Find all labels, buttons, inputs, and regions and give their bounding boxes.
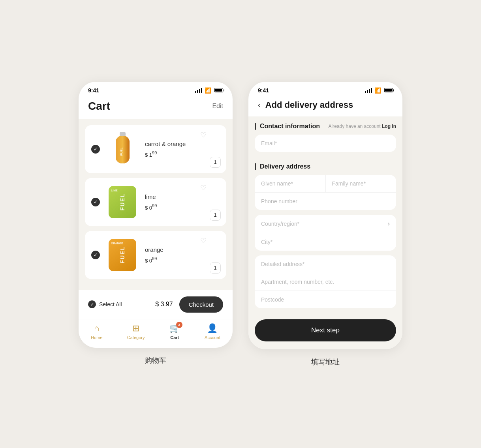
delivery-section-title: Delivery address: [260, 163, 310, 170]
wifi-icon: 📶: [205, 87, 211, 94]
cart-screen-label: 购物车: [145, 356, 166, 365]
select-all-label: Select All: [99, 301, 122, 307]
battery-icon: [214, 88, 223, 92]
cart-item-lime[interactable]: ✓ LIME FUEL lime $ 099 ♡: [85, 178, 226, 226]
address-phone: 9:41 📶 ‹ Add delivery ad: [248, 82, 402, 349]
status-icons-addr: 📶: [365, 87, 393, 94]
item-details-orange: orange $ 099: [145, 246, 220, 264]
status-icons-cart: 📶: [195, 87, 223, 94]
lime-can-icon: LIME FUEL: [109, 186, 136, 218]
item-qty-orange[interactable]: 1: [210, 262, 221, 274]
item-heart-lime[interactable]: ♡: [200, 184, 207, 192]
status-time-cart: 9:41: [88, 87, 99, 94]
phone-field[interactable]: Phone number: [255, 193, 396, 210]
email-field[interactable]: Email*: [255, 135, 396, 152]
cart-screen-wrapper: 9:41 📶 Cart Edit: [79, 82, 233, 365]
location-card: Country/region* › City*: [255, 215, 396, 251]
section-bar-delivery: [255, 163, 256, 170]
postcode-field[interactable]: Postcode: [255, 291, 396, 308]
signal-icon-addr: [365, 88, 372, 93]
item-name-lime: lime: [145, 193, 220, 200]
next-step-button[interactable]: Next step: [255, 319, 396, 341]
contact-form-card: Email*: [255, 135, 396, 152]
cart-title: Cart: [88, 100, 110, 112]
cart-edit-button[interactable]: Edit: [212, 103, 223, 110]
address-title: Add delivery address: [265, 100, 353, 110]
item-image-lime: LIME FUEL: [105, 184, 140, 220]
item-image-orange: ORANGE FUEL: [105, 237, 140, 273]
carrot-bottle-icon: FUEL: [112, 132, 133, 167]
detailed-address-field[interactable]: Detailed address*: [255, 255, 396, 273]
back-button[interactable]: ‹: [258, 100, 261, 109]
svg-text:FUEL: FUEL: [120, 147, 123, 156]
footer-right: $ 3.97 Checkout: [155, 296, 223, 313]
cart-badge-wrap: 🛒 3: [169, 323, 180, 334]
contact-section-subtitle: Already have an account Log in: [329, 124, 396, 129]
tab-cart[interactable]: 🛒 3 Cart: [169, 323, 180, 340]
item-details-carrot: carrot & orange $ 199: [145, 141, 220, 158]
item-checkbox-orange[interactable]: ✓: [91, 251, 100, 259]
address-screen-wrapper: 9:41 📶 ‹ Add delivery ad: [248, 82, 402, 367]
section-bar-contact: [255, 123, 256, 130]
cart-item-orange[interactable]: ✓ ORANGE FUEL orange $ 099 ♡: [85, 231, 226, 279]
item-qty-carrot[interactable]: 1: [210, 157, 221, 168]
item-checkbox-lime[interactable]: ✓: [91, 198, 100, 206]
item-price-orange: $ 099: [145, 256, 220, 264]
chevron-right-icon: ›: [388, 220, 390, 227]
tab-home-label: Home: [91, 335, 102, 340]
address-detail-card: Detailed address* Apartment, room number…: [255, 255, 396, 308]
item-heart-carrot[interactable]: ♡: [200, 131, 207, 139]
contact-section-header: Contact information Already have an acco…: [255, 116, 396, 135]
delivery-section-header: Delivery address: [255, 157, 396, 175]
tab-cart-label: Cart: [170, 335, 179, 340]
category-icon: ⊞: [132, 323, 139, 334]
tab-category[interactable]: ⊞ Category: [127, 323, 145, 340]
account-icon: 👤: [207, 323, 218, 334]
login-link[interactable]: Log in: [382, 124, 396, 129]
tab-bar: ⌂ Home ⊞ Category 🛒 3 Cart 👤 Account: [79, 319, 233, 348]
checkout-button[interactable]: Checkout: [179, 296, 223, 313]
given-name-field[interactable]: Given name*: [255, 175, 326, 192]
tab-account-label: Account: [205, 335, 220, 340]
contact-section-title: Contact information: [260, 123, 320, 130]
country-field[interactable]: Country/region* ›: [255, 215, 396, 233]
status-time-addr: 9:41: [258, 87, 269, 94]
status-bar-addr: 9:41 📶: [248, 82, 402, 97]
item-name-orange: orange: [145, 246, 220, 253]
cart-badge: 3: [176, 322, 182, 328]
item-price-lime: $ 099: [145, 203, 220, 211]
select-all-checkbox[interactable]: ✓: [88, 300, 96, 308]
address-body: Contact information Already have an acco…: [248, 116, 402, 349]
select-all[interactable]: ✓ Select All: [88, 300, 122, 308]
cart-item-carrot[interactable]: ✓: [85, 125, 226, 173]
item-qty-lime[interactable]: 1: [210, 210, 221, 221]
address-screen-label: 填写地址: [311, 357, 340, 367]
apartment-field[interactable]: Apartment, room number, etc.: [255, 273, 396, 291]
cart-footer: ✓ Select All $ 3.97 Checkout: [79, 290, 233, 319]
item-image-carrot: FUEL: [105, 131, 140, 167]
family-name-field[interactable]: Family name*: [326, 175, 396, 192]
cart-items-area: ✓: [79, 119, 233, 290]
address-header: ‹ Add delivery address: [248, 97, 402, 116]
item-heart-orange[interactable]: ♡: [200, 236, 207, 245]
tab-account[interactable]: 👤 Account: [205, 323, 220, 340]
item-checkbox-carrot[interactable]: ✓: [91, 145, 100, 154]
cart-header: Cart Edit: [79, 97, 233, 119]
battery-icon-addr: [384, 88, 393, 92]
wifi-icon-addr: 📶: [374, 87, 381, 94]
name-phone-card: Given name* Family name* Phone number: [255, 175, 396, 210]
name-row: Given name* Family name*: [255, 175, 396, 193]
home-icon: ⌂: [94, 323, 99, 334]
status-bar-cart: 9:41 📶: [79, 82, 233, 97]
tab-category-label: Category: [127, 335, 145, 340]
item-price-carrot: $ 199: [145, 150, 220, 158]
orange-can-icon: ORANGE FUEL: [109, 239, 136, 271]
tab-home[interactable]: ⌂ Home: [91, 323, 102, 340]
signal-icon: [195, 88, 202, 93]
total-price: $ 3.97: [155, 301, 173, 308]
city-field[interactable]: City*: [255, 233, 396, 251]
cart-phone: 9:41 📶 Cart Edit: [79, 82, 233, 348]
item-details-lime: lime $ 099: [145, 193, 220, 211]
item-name-carrot: carrot & orange: [145, 141, 220, 147]
